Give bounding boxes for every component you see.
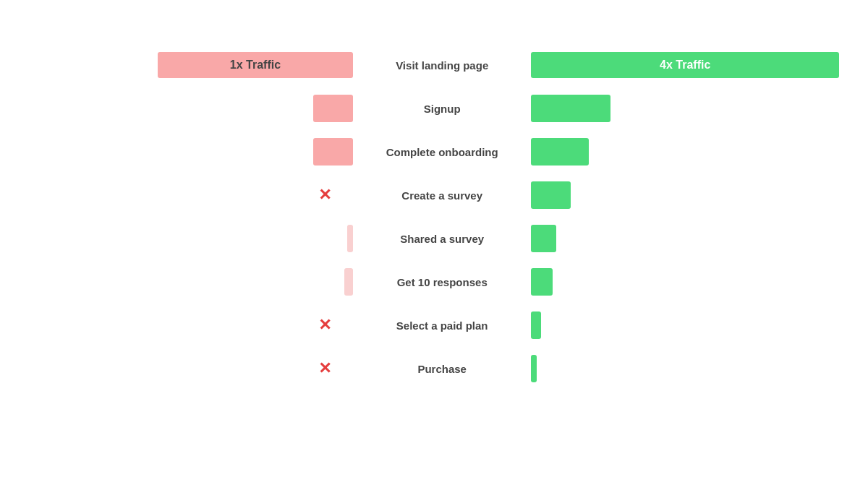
- label-row-4: Shared a survey: [353, 217, 531, 260]
- label-row-1: Signup: [353, 87, 531, 130]
- week1-bar-0: 1x Traffic: [158, 52, 353, 78]
- week1-x-mark-6: ✕: [318, 316, 331, 335]
- finalweek-bar-5: [531, 268, 553, 296]
- week1-row-4: [29, 217, 353, 260]
- finalweek-bar-3: [531, 181, 571, 209]
- label-row-3: Create a survey: [353, 173, 531, 217]
- week1-row-2: [29, 130, 353, 173]
- label-row-5: Get 10 responses: [353, 260, 531, 304]
- week1-row-7: ✕: [29, 347, 353, 390]
- week1-row-0: 1x Traffic: [29, 43, 353, 87]
- finalweek-row-5: [531, 260, 839, 304]
- label-row-6: Select a paid plan: [353, 304, 531, 347]
- finalweek-bar-1: [531, 95, 610, 122]
- finalweek-bar-7: [531, 355, 537, 382]
- week1-bar-1: [313, 95, 353, 122]
- week1-bar-2: [313, 138, 353, 166]
- chart-area: 1x Traffic✕✕✕ Visit landing pageSignupCo…: [29, 43, 839, 455]
- finalweek-bar-4: [531, 225, 556, 252]
- week1-x-mark-3: ✕: [318, 186, 331, 205]
- row-label-6: Select a paid plan: [396, 319, 488, 332]
- finalweek-row-4: [531, 217, 839, 260]
- week1-bars: 1x Traffic✕✕✕: [29, 43, 353, 455]
- row-label-7: Purchase: [417, 363, 467, 375]
- finalweek-row-3: [531, 173, 839, 217]
- week1-x-mark-7: ✕: [318, 359, 331, 378]
- finalweek-bar-0: 4x Traffic: [531, 52, 839, 78]
- week1-faint-bar-5: [344, 268, 353, 296]
- week1-row-5: [29, 260, 353, 304]
- finalweek-bar-6: [531, 311, 541, 339]
- finalweek-row-1: [531, 87, 839, 130]
- row-label-2: Complete onboarding: [386, 146, 498, 158]
- finalweek-row-2: [531, 130, 839, 173]
- row-label-4: Shared a survey: [400, 233, 484, 245]
- week1-faint-bar-4: [347, 225, 353, 252]
- row-label-5: Get 10 responses: [397, 276, 488, 288]
- finalweek-bar-2: [531, 138, 589, 166]
- row-label-1: Signup: [424, 103, 461, 115]
- finalweek-row-0: 4x Traffic: [531, 43, 839, 87]
- row-label-0: Visit landing page: [396, 59, 488, 72]
- finalweek-row-7: [531, 347, 839, 390]
- week1-row-3: ✕: [29, 173, 353, 217]
- row-label-3: Create a survey: [401, 189, 482, 202]
- row-labels: Visit landing pageSignupComplete onboard…: [353, 43, 531, 455]
- finalweek-row-6: [531, 304, 839, 347]
- label-row-7: Purchase: [353, 347, 531, 390]
- week1-row-6: ✕: [29, 304, 353, 347]
- week1-row-1: [29, 87, 353, 130]
- finalweek-bars: 4x Traffic: [531, 43, 839, 455]
- label-row-2: Complete onboarding: [353, 130, 531, 173]
- label-row-0: Visit landing page: [353, 43, 531, 87]
